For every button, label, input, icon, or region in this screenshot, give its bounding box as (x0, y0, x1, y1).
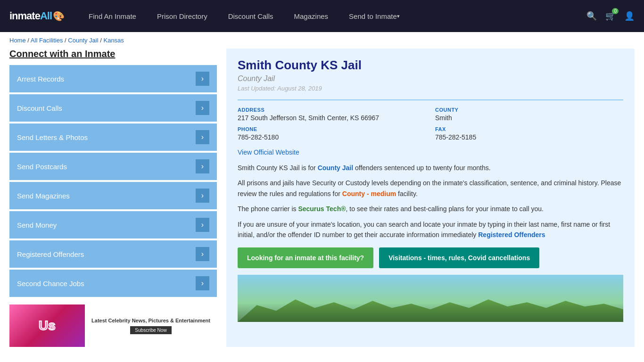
sidebar-item-send-money[interactable]: Send Money › (9, 211, 217, 239)
county-block: COUNTY Smith (435, 107, 623, 122)
breadcrumb: Home / All Facilities / County Jail / Ka… (0, 32, 644, 49)
sidebar: Connect with an Inmate Arrest Records › … (9, 49, 217, 347)
chevron-right-icon: › (196, 72, 209, 86)
action-buttons: Looking for an inmate at this facility? … (238, 247, 623, 268)
facility-updated: Last Updated: August 28, 2019 (238, 85, 623, 92)
facility-title: Smith County KS Jail (238, 58, 623, 73)
find-inmate-button[interactable]: Looking for an inmate at this facility? (238, 247, 373, 268)
facility-trees (238, 294, 623, 322)
fax-label: FAX (435, 126, 623, 132)
cart-badge: 0 (612, 8, 619, 14)
nav-discount-calls[interactable]: Discount Calls (218, 0, 284, 32)
ad-subscribe-button[interactable]: Subscribe Now (130, 326, 171, 334)
address-value: 217 South Jefferson St, Smith Center, KS… (238, 114, 426, 122)
sidebar-item-registered-offenders[interactable]: Registered Offenders › (9, 240, 217, 268)
ad-image: Us (9, 304, 85, 347)
fax-value: 785-282-5185 (435, 133, 623, 141)
breadcrumb-county-jail[interactable]: County Jail (68, 37, 98, 44)
facility-content: Smith County KS Jail County Jail Last Up… (226, 49, 635, 347)
nav-find-inmate[interactable]: Find An Inmate (78, 0, 147, 32)
breadcrumb-kansas[interactable]: Kansas (103, 37, 124, 44)
county-jail-link-1[interactable]: County Jail (318, 164, 353, 172)
logo[interactable]: inmateAll🎨 (9, 10, 64, 22)
facility-photo (238, 275, 623, 322)
navbar-links: Find An Inmate Prison Directory Discount… (78, 0, 586, 32)
sidebar-item-second-chance-jobs[interactable]: Second Chance Jobs › (9, 270, 217, 297)
chevron-right-icon: › (196, 218, 209, 232)
county-value: Smith (435, 114, 623, 122)
cart-icon[interactable]: 🛒 0 (605, 11, 616, 21)
main-container: Connect with an Inmate Arrest Records › … (0, 49, 644, 356)
description-4: If you are unsure of your inmate's locat… (238, 219, 623, 240)
fax-block: FAX 785-282-5185 (435, 126, 623, 141)
sidebar-item-label: Registered Offenders (17, 250, 84, 258)
ad-content: Latest Celebrity News, Pictures & Entert… (85, 304, 217, 347)
facility-type: County Jail (238, 74, 623, 83)
nav-send-to-inmate[interactable]: Send to Inmate (339, 0, 410, 32)
phone-value: 785-282-5180 (238, 133, 426, 141)
breadcrumb-all-facilities[interactable]: All Facilities (31, 37, 63, 44)
user-icon[interactable]: 👤 (624, 11, 635, 21)
search-icon[interactable]: 🔍 (586, 11, 597, 21)
county-label: COUNTY (435, 107, 623, 113)
nav-magazines[interactable]: Magazines (284, 0, 339, 32)
phone-label: PHONE (238, 126, 426, 132)
chevron-right-icon: › (196, 189, 209, 203)
chevron-right-icon: › (196, 276, 209, 290)
navbar-icons: 🔍 🛒 0 👤 (586, 11, 635, 21)
official-website-link[interactable]: View Official Website (238, 148, 299, 156)
address-block: ADDRESS 217 South Jefferson St, Smith Ce… (238, 107, 426, 122)
sidebar-item-label: Second Chance Jobs (17, 280, 84, 288)
address-label: ADDRESS (238, 107, 426, 113)
sidebar-item-label: Send Magazines (17, 192, 70, 200)
description-1: Smith County KS Jail is for County Jail … (238, 163, 623, 173)
sidebar-title: Connect with an Inmate (9, 49, 217, 59)
sidebar-item-discount-calls[interactable]: Discount Calls › (9, 94, 217, 122)
sidebar-item-send-postcards[interactable]: Send Postcards › (9, 153, 217, 180)
sidebar-item-label: Arrest Records (17, 75, 64, 83)
sidebar-item-send-magazines[interactable]: Send Magazines › (9, 182, 217, 209)
chevron-right-icon: › (196, 101, 209, 115)
chevron-right-icon: › (196, 130, 209, 144)
nav-prison-directory[interactable]: Prison Directory (147, 0, 218, 32)
chevron-right-icon: › (196, 159, 209, 173)
registered-offenders-link[interactable]: Registered Offenders (478, 231, 545, 239)
breadcrumb-home[interactable]: Home (9, 37, 26, 44)
sidebar-item-label: Send Postcards (17, 163, 67, 171)
securus-link[interactable]: Securus Tech® (298, 205, 346, 213)
description-2: All prisons and jails have Security or C… (238, 178, 623, 199)
sidebar-item-arrest-records[interactable]: Arrest Records › (9, 65, 217, 92)
phone-block: PHONE 785-282-5180 (238, 126, 426, 141)
sidebar-item-label: Discount Calls (17, 104, 62, 112)
ad-headline: Latest Celebrity News, Pictures & Entert… (91, 317, 210, 324)
advertisement[interactable]: Us Latest Celebrity News, Pictures & Ent… (9, 304, 217, 347)
visitations-button[interactable]: Visitations - times, rules, Covid cancel… (379, 247, 539, 268)
sidebar-item-label: Send Letters & Photos (17, 133, 88, 141)
county-medium-link[interactable]: County - medium (342, 190, 396, 197)
sidebar-menu: Arrest Records › Discount Calls › Send L… (9, 65, 217, 297)
description-3: The phone carrier is Securus Tech®, to s… (238, 204, 623, 214)
chevron-right-icon: › (196, 247, 209, 261)
sidebar-item-send-letters[interactable]: Send Letters & Photos › (9, 123, 217, 151)
sidebar-item-label: Send Money (17, 221, 57, 229)
navbar: inmateAll🎨 Find An Inmate Prison Directo… (0, 0, 644, 32)
facility-info-grid: ADDRESS 217 South Jefferson St, Smith Ce… (238, 99, 623, 141)
